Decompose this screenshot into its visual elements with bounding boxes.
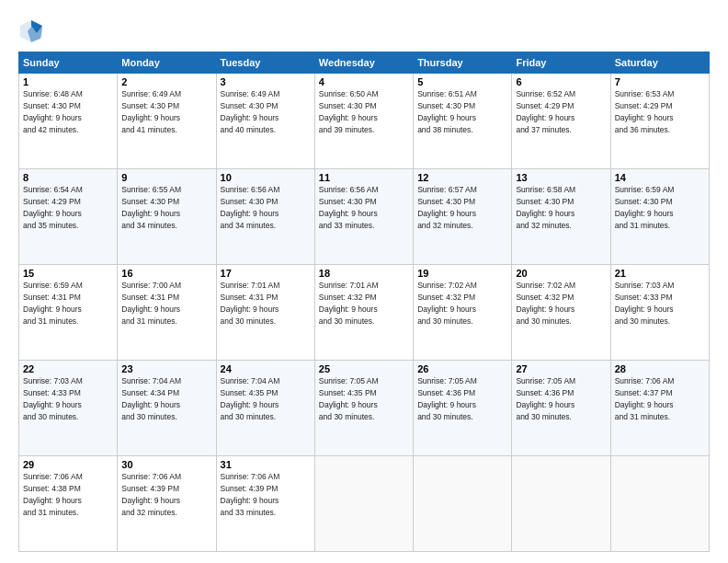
day-number: 5 <box>417 76 507 87</box>
day-number: 30 <box>121 459 211 470</box>
cell-info: Sunrise: 7:05 AMSunset: 4:36 PMDaylight:… <box>516 376 575 421</box>
calendar-cell: 20Sunrise: 7:02 AMSunset: 4:32 PMDayligh… <box>512 265 610 361</box>
calendar-cell: 9Sunrise: 6:55 AMSunset: 4:30 PMDaylight… <box>118 169 216 265</box>
calendar-cell <box>512 456 610 552</box>
calendar-cell: 14Sunrise: 6:59 AMSunset: 4:30 PMDayligh… <box>610 169 709 265</box>
calendar-cell: 17Sunrise: 7:01 AMSunset: 4:31 PMDayligh… <box>216 265 314 361</box>
cell-info: Sunrise: 6:48 AMSunset: 4:30 PMDaylight:… <box>23 89 83 134</box>
day-number: 7 <box>615 76 705 87</box>
day-number: 11 <box>319 172 409 183</box>
day-number: 16 <box>121 268 211 279</box>
day-header-friday: Friday <box>512 52 610 74</box>
cell-info: Sunrise: 6:49 AMSunset: 4:30 PMDaylight:… <box>121 89 181 134</box>
cell-info: Sunrise: 7:05 AMSunset: 4:36 PMDaylight:… <box>417 376 477 421</box>
calendar-cell: 31Sunrise: 7:06 AMSunset: 4:39 PMDayligh… <box>216 456 314 552</box>
day-number: 3 <box>221 76 311 87</box>
calendar-cell <box>610 456 709 552</box>
cell-info: Sunrise: 7:02 AMSunset: 4:32 PMDaylight:… <box>516 281 575 326</box>
calendar-cell <box>314 456 413 552</box>
cell-info: Sunrise: 7:03 AMSunset: 4:33 PMDaylight:… <box>615 281 675 326</box>
day-number: 25 <box>319 363 409 374</box>
day-header-sunday: Sunday <box>19 52 118 74</box>
calendar-cell: 19Sunrise: 7:02 AMSunset: 4:32 PMDayligh… <box>414 265 512 361</box>
cell-info: Sunrise: 6:56 AMSunset: 4:30 PMDaylight:… <box>221 185 280 230</box>
calendar-cell: 16Sunrise: 7:00 AMSunset: 4:31 PMDayligh… <box>118 265 216 361</box>
calendar-cell: 30Sunrise: 7:06 AMSunset: 4:39 PMDayligh… <box>118 456 216 552</box>
calendar-cell: 5Sunrise: 6:51 AMSunset: 4:30 PMDaylight… <box>414 74 512 169</box>
calendar-cell: 2Sunrise: 6:49 AMSunset: 4:30 PMDaylight… <box>118 74 216 169</box>
day-number: 28 <box>615 363 705 374</box>
cell-info: Sunrise: 7:04 AMSunset: 4:35 PMDaylight:… <box>221 376 280 421</box>
cell-info: Sunrise: 6:56 AMSunset: 4:30 PMDaylight:… <box>319 185 379 230</box>
calendar-cell: 4Sunrise: 6:50 AMSunset: 4:30 PMDaylight… <box>314 74 413 169</box>
cell-info: Sunrise: 6:52 AMSunset: 4:29 PMDaylight:… <box>516 89 575 134</box>
day-number: 4 <box>319 76 409 87</box>
day-number: 27 <box>516 363 606 374</box>
calendar-cell: 18Sunrise: 7:01 AMSunset: 4:32 PMDayligh… <box>314 265 413 361</box>
cell-info: Sunrise: 6:58 AMSunset: 4:30 PMDaylight:… <box>516 185 575 230</box>
day-number: 13 <box>516 172 606 183</box>
day-header-monday: Monday <box>118 52 216 74</box>
calendar-cell: 13Sunrise: 6:58 AMSunset: 4:30 PMDayligh… <box>512 169 610 265</box>
day-number: 6 <box>516 76 606 87</box>
calendar-cell: 27Sunrise: 7:05 AMSunset: 4:36 PMDayligh… <box>512 361 610 456</box>
day-number: 12 <box>417 172 507 183</box>
header <box>18 15 710 44</box>
cell-info: Sunrise: 7:06 AMSunset: 4:39 PMDaylight:… <box>121 472 181 517</box>
cell-info: Sunrise: 7:01 AMSunset: 4:32 PMDaylight:… <box>319 281 379 326</box>
calendar-cell: 28Sunrise: 7:06 AMSunset: 4:37 PMDayligh… <box>610 361 709 456</box>
cell-info: Sunrise: 6:53 AMSunset: 4:29 PMDaylight:… <box>615 89 675 134</box>
calendar-cell: 8Sunrise: 6:54 AMSunset: 4:29 PMDaylight… <box>19 169 118 265</box>
page: SundayMondayTuesdayWednesdayThursdayFrid… <box>0 0 728 563</box>
day-number: 29 <box>23 459 113 470</box>
day-number: 1 <box>23 76 113 87</box>
day-number: 22 <box>23 363 113 374</box>
cell-info: Sunrise: 6:55 AMSunset: 4:30 PMDaylight:… <box>121 185 181 230</box>
cell-info: Sunrise: 6:59 AMSunset: 4:31 PMDaylight:… <box>23 281 83 326</box>
calendar-cell: 15Sunrise: 6:59 AMSunset: 4:31 PMDayligh… <box>19 265 118 361</box>
day-header-wednesday: Wednesday <box>314 52 413 74</box>
calendar-cell: 7Sunrise: 6:53 AMSunset: 4:29 PMDaylight… <box>610 74 709 169</box>
day-number: 10 <box>221 172 311 183</box>
day-number: 18 <box>319 268 409 279</box>
cell-info: Sunrise: 6:57 AMSunset: 4:30 PMDaylight:… <box>417 185 477 230</box>
calendar-cell: 21Sunrise: 7:03 AMSunset: 4:33 PMDayligh… <box>610 265 709 361</box>
cell-info: Sunrise: 7:06 AMSunset: 4:39 PMDaylight:… <box>221 472 280 517</box>
calendar-cell: 1Sunrise: 6:48 AMSunset: 4:30 PMDaylight… <box>19 74 118 169</box>
calendar-cell: 22Sunrise: 7:03 AMSunset: 4:33 PMDayligh… <box>19 361 118 456</box>
cell-info: Sunrise: 6:50 AMSunset: 4:30 PMDaylight:… <box>319 89 379 134</box>
cell-info: Sunrise: 7:03 AMSunset: 4:33 PMDaylight:… <box>23 376 83 421</box>
day-number: 2 <box>121 76 211 87</box>
day-number: 23 <box>121 363 211 374</box>
day-number: 21 <box>615 268 705 279</box>
day-number: 9 <box>121 172 211 183</box>
calendar-cell: 3Sunrise: 6:49 AMSunset: 4:30 PMDaylight… <box>216 74 314 169</box>
cell-info: Sunrise: 7:02 AMSunset: 4:32 PMDaylight:… <box>417 281 477 326</box>
calendar-cell <box>414 456 512 552</box>
cell-info: Sunrise: 6:59 AMSunset: 4:30 PMDaylight:… <box>615 185 675 230</box>
cell-info: Sunrise: 7:00 AMSunset: 4:31 PMDaylight:… <box>121 281 181 326</box>
cell-info: Sunrise: 7:01 AMSunset: 4:31 PMDaylight:… <box>221 281 280 326</box>
calendar-cell: 25Sunrise: 7:05 AMSunset: 4:35 PMDayligh… <box>314 361 413 456</box>
calendar-cell: 26Sunrise: 7:05 AMSunset: 4:36 PMDayligh… <box>414 361 512 456</box>
logo-icon <box>18 18 44 44</box>
calendar-cell: 10Sunrise: 6:56 AMSunset: 4:30 PMDayligh… <box>216 169 314 265</box>
calendar-cell: 29Sunrise: 7:06 AMSunset: 4:38 PMDayligh… <box>19 456 118 552</box>
day-header-thursday: Thursday <box>414 52 512 74</box>
day-header-tuesday: Tuesday <box>216 52 314 74</box>
calendar-table: SundayMondayTuesdayWednesdayThursdayFrid… <box>18 52 710 552</box>
calendar-cell: 6Sunrise: 6:52 AMSunset: 4:29 PMDaylight… <box>512 74 610 169</box>
day-header-saturday: Saturday <box>610 52 709 74</box>
day-number: 8 <box>23 172 113 183</box>
calendar-cell: 12Sunrise: 6:57 AMSunset: 4:30 PMDayligh… <box>414 169 512 265</box>
logo <box>18 18 48 44</box>
cell-info: Sunrise: 7:04 AMSunset: 4:34 PMDaylight:… <box>121 376 181 421</box>
cell-info: Sunrise: 6:51 AMSunset: 4:30 PMDaylight:… <box>417 89 477 134</box>
cell-info: Sunrise: 6:54 AMSunset: 4:29 PMDaylight:… <box>23 185 83 230</box>
cell-info: Sunrise: 7:06 AMSunset: 4:38 PMDaylight:… <box>23 472 83 517</box>
calendar-cell: 11Sunrise: 6:56 AMSunset: 4:30 PMDayligh… <box>314 169 413 265</box>
day-number: 15 <box>23 268 113 279</box>
day-number: 17 <box>221 268 311 279</box>
day-number: 26 <box>417 363 507 374</box>
cell-info: Sunrise: 6:49 AMSunset: 4:30 PMDaylight:… <box>221 89 280 134</box>
